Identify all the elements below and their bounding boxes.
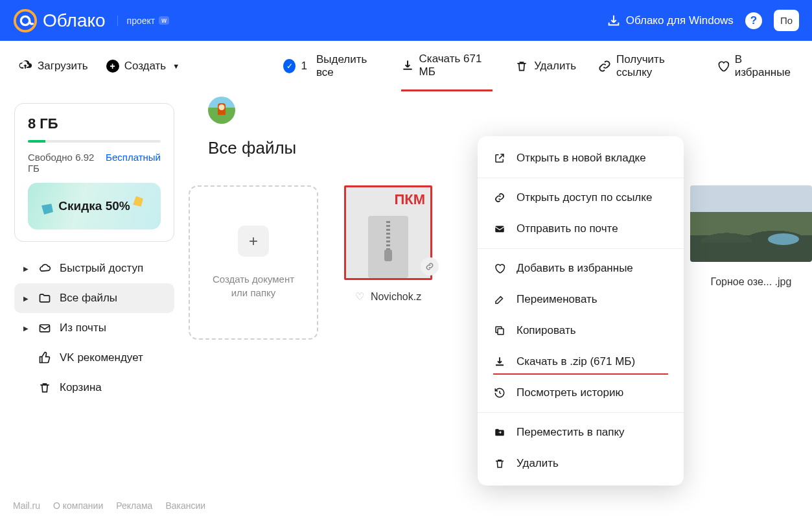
- storage-plan-link[interactable]: Бесплатный: [106, 152, 161, 174]
- active-underline: [401, 89, 493, 91]
- nav-item-label: Корзина: [60, 381, 102, 394]
- ctx-item-link[interactable]: Открыть доступ по ссылке: [478, 182, 684, 213]
- footer-link[interactable]: Mail.ru: [13, 500, 40, 511]
- highlight-underline: [493, 373, 668, 375]
- storage-card: 8 ГБ Свободно 6.92 ГБ Бесплатный Скидка …: [14, 103, 174, 242]
- download-button[interactable]: Скачать 671 МБ: [401, 53, 493, 80]
- file-name: Горное озе... .jpg: [711, 276, 792, 288]
- nav-item-label: VK рекомендует: [60, 351, 143, 364]
- footer-link[interactable]: О компании: [53, 500, 103, 511]
- ctx-item-label: Переместить в папку: [516, 426, 625, 439]
- trash-icon: [38, 381, 52, 395]
- sidebar-item-mail[interactable]: ▶ Из почты: [14, 313, 174, 343]
- pkm-annotation: ПКМ: [394, 191, 425, 208]
- sidebar-item-thumbs-up[interactable]: VK рекомендует: [14, 343, 174, 373]
- separator: [478, 248, 684, 249]
- file-name: Novichok.z: [371, 291, 421, 303]
- ctx-item-label: Открыть в новой вкладке: [516, 152, 646, 165]
- plus-circle-icon: +: [106, 60, 119, 73]
- search-input[interactable]: По: [774, 10, 799, 31]
- sidebar-nav: ▶ Быстрый доступ▶ Все файлы▶ Из почты VK…: [14, 253, 174, 403]
- get-link-button[interactable]: Получить ссылку: [598, 53, 695, 79]
- history-icon: [493, 386, 506, 399]
- zip-archive-icon: [368, 216, 408, 278]
- select-all-button[interactable]: ✓ 1 Выделить все: [283, 53, 378, 79]
- ctx-item-label: Открыть доступ по ссылке: [516, 191, 652, 204]
- storage-progress: [28, 140, 161, 143]
- heart-icon: [717, 59, 730, 73]
- trash-icon: [515, 59, 529, 73]
- ctx-item-label: Скачать в .zip (671 МБ): [516, 355, 635, 368]
- image-thumbnail: [690, 185, 812, 262]
- storage-free-label: Свободно 6.92 ГБ: [28, 152, 106, 174]
- svg-point-0: [15, 10, 36, 30]
- thumbs-up-icon: [38, 351, 52, 365]
- ctx-item-history[interactable]: Посмотреть историю: [478, 377, 684, 408]
- ctx-item-download[interactable]: Скачать в .zip (671 МБ): [478, 346, 684, 377]
- ctx-item-label: Добавить в избранные: [516, 262, 633, 275]
- file-tile-image[interactable]: Горное озе... .jpg: [690, 185, 812, 288]
- ctx-item-copy[interactable]: Копировать: [478, 315, 684, 346]
- project-tag: проект w: [117, 16, 169, 26]
- link-icon: [598, 59, 611, 73]
- footer-link[interactable]: Вакансии: [165, 500, 205, 511]
- download-icon: [401, 58, 414, 73]
- sidebar-item-cloud[interactable]: ▶ Быстрый доступ: [14, 253, 174, 283]
- chevron-right-icon: ▶: [23, 325, 30, 332]
- app-header: Облако проект w Облако для Windows ? По: [0, 0, 812, 41]
- logo-text: Облако: [43, 10, 106, 31]
- help-icon[interactable]: ?: [745, 12, 762, 29]
- at-logo-icon: [13, 8, 38, 33]
- open-new-icon: [493, 152, 506, 165]
- move-icon: [493, 426, 506, 439]
- folder-icon: [38, 291, 52, 305]
- ctx-item-trash[interactable]: Удалить: [478, 448, 684, 479]
- create-document-tile[interactable]: + Создать документ или папку: [189, 185, 318, 340]
- user-avatar[interactable]: [208, 97, 235, 124]
- separator: [478, 412, 684, 413]
- rename-icon: [493, 293, 506, 306]
- ctx-item-heart[interactable]: Добавить в избранные: [478, 253, 684, 284]
- ctx-item-mail-solid[interactable]: Отправить по почте: [478, 213, 684, 244]
- separator: [478, 178, 684, 178]
- create-button[interactable]: + Создать ▼: [106, 60, 180, 73]
- svg-rect-2: [40, 325, 50, 332]
- chevron-down-icon: ▼: [172, 62, 180, 70]
- promo-banner[interactable]: Скидка 50%: [28, 183, 161, 229]
- sidebar: 8 ГБ Свободно 6.92 ГБ Бесплатный Скидка …: [0, 91, 189, 414]
- ctx-item-label: Отправить по почте: [516, 222, 618, 235]
- download-box-icon: [607, 14, 621, 28]
- sidebar-item-trash[interactable]: Корзина: [14, 373, 174, 403]
- ctx-item-open-new[interactable]: Открыть в новой вкладке: [478, 143, 684, 174]
- delete-button[interactable]: Удалить: [515, 59, 576, 73]
- storage-total: 8 ГБ: [28, 115, 161, 132]
- cloud-upload-icon: [18, 59, 32, 73]
- file-tile-zip[interactable]: ПКМ ♡ Novichok.z: [344, 185, 432, 303]
- mail-icon: [38, 321, 52, 335]
- windows-download-link[interactable]: Облако для Windows: [607, 14, 734, 28]
- ctx-item-move[interactable]: Переместить в папку: [478, 417, 684, 448]
- ctx-item-label: Переименовать: [516, 293, 597, 306]
- nav-item-label: Быстрый доступ: [60, 262, 143, 275]
- footer-link[interactable]: Реклама: [116, 500, 152, 511]
- logo[interactable]: Облако: [13, 8, 106, 33]
- vk-badge-icon: w: [159, 16, 169, 25]
- download-icon: [493, 355, 506, 368]
- ctx-item-label: Удалить: [516, 457, 559, 470]
- sidebar-item-folder[interactable]: ▶ Все файлы: [14, 283, 174, 313]
- copy-icon: [493, 324, 506, 337]
- upload-button[interactable]: Загрузить: [18, 59, 88, 73]
- heart-outline-icon[interactable]: ♡: [355, 290, 364, 303]
- chevron-right-icon: ▶: [23, 295, 30, 302]
- add-to-favorites-button[interactable]: В избранные: [717, 53, 794, 79]
- toolbar: Загрузить + Создать ▼ ✓ 1 Выделить все С…: [0, 41, 812, 91]
- ctx-item-rename[interactable]: Переименовать: [478, 284, 684, 315]
- mail-solid-icon: [493, 222, 506, 235]
- cloud-icon: [38, 261, 52, 276]
- shared-link-badge-icon: [421, 257, 439, 276]
- ctx-item-label: Копировать: [516, 324, 576, 337]
- chevron-right-icon: ▶: [23, 265, 30, 272]
- nav-item-label: Все файлы: [60, 292, 117, 305]
- context-menu: Открыть в новой вкладке Открыть доступ п…: [478, 136, 684, 486]
- footer-links: Mail.ruО компанииРекламаВакансии: [13, 500, 205, 511]
